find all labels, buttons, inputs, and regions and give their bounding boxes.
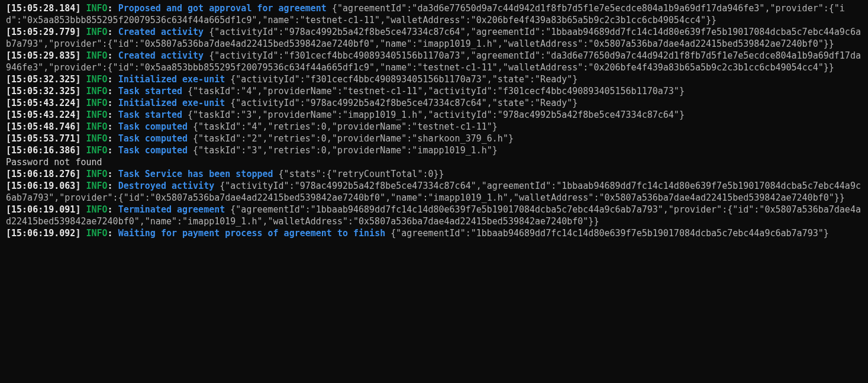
log-timestamp: [15:06:19.063] (6, 181, 80, 191)
log-colon: : (108, 86, 113, 96)
log-message: Created activity (118, 27, 204, 37)
log-json: {"stats":{"retryCountTotal":0}} (279, 169, 444, 179)
log-line: [15:05:43.224] INFO: Task started {"task… (6, 109, 862, 121)
log-line: [15:06:16.386] INFO: Task computed {"tas… (6, 144, 862, 156)
log-line: [15:06:19.091] INFO: Terminated agreemen… (6, 204, 862, 227)
log-level: INFO (86, 74, 107, 85)
log-timestamp: [15:05:48.746] (6, 121, 80, 132)
log-colon: : (108, 3, 113, 14)
log-message: Task Service has been stopped (118, 169, 273, 179)
log-colon: : (108, 27, 113, 37)
log-level: INFO (86, 27, 107, 37)
log-line: [15:06:19.063] INFO: Destroyed activity … (6, 180, 862, 204)
log-line: [15:05:29.779] INFO: Created activity {"… (6, 26, 862, 50)
log-level: INFO (86, 228, 107, 239)
log-json: {"taskId":"3","providerName":"imapp1019_… (188, 110, 685, 120)
log-level: INFO (86, 50, 107, 61)
log-colon: : (108, 110, 113, 120)
log-level: INFO (86, 133, 107, 144)
log-message: Waiting for payment process of agreement… (118, 228, 386, 239)
log-json: {"taskId":"2","retries":0,"providerName"… (193, 133, 514, 144)
log-level: INFO (86, 3, 107, 14)
log-line: [15:05:48.746] INFO: Task computed {"tas… (6, 121, 862, 133)
log-colon: : (108, 133, 113, 144)
log-timestamp: [15:05:29.779] (6, 27, 80, 37)
log-colon: : (108, 145, 113, 156)
log-timestamp: [15:06:19.092] (6, 228, 80, 239)
log-colon: : (108, 50, 113, 61)
log-json: {"taskId":"3","retries":0,"providerName"… (193, 145, 498, 156)
log-level: INFO (86, 86, 107, 96)
log-json: {"activityId":"978ac4992b5a42f8be5ce4733… (230, 98, 577, 108)
log-colon: : (108, 181, 113, 191)
log-message: Task computed (118, 133, 188, 144)
log-timestamp: [15:05:43.224] (6, 110, 80, 120)
log-level: INFO (86, 145, 107, 156)
log-line: [15:05:32.325] INFO: Task started {"task… (6, 85, 862, 97)
log-line: [15:05:43.224] INFO: Initialized exe-uni… (6, 97, 862, 109)
log-timestamp: [15:05:32.325] (6, 86, 80, 96)
log-timestamp: [15:06:18.276] (6, 169, 80, 179)
log-colon: : (108, 74, 113, 85)
log-level: INFO (86, 169, 107, 179)
log-message: Initialized exe-unit (118, 98, 225, 108)
log-level: INFO (86, 98, 107, 108)
log-timestamp: [15:05:43.224] (6, 98, 80, 108)
stdout-text: Password not found (6, 157, 102, 168)
log-json: {"taskId":"4","providerName":"testnet-c1… (188, 86, 685, 96)
log-message: Destroyed activity (118, 181, 215, 191)
log-timestamp: [15:05:28.184] (6, 3, 80, 14)
log-message: Created activity (118, 50, 204, 61)
log-json: {"agreementId":"1bbaab94689dd7fc14c14d80… (391, 228, 829, 239)
log-colon: : (108, 204, 113, 215)
log-level: INFO (86, 204, 107, 215)
log-colon: : (108, 121, 113, 132)
terminal-output: [15:05:28.184] INFO: Proposed and got ap… (0, 0, 868, 242)
log-timestamp: [15:05:32.325] (6, 74, 80, 85)
log-timestamp: [15:06:16.386] (6, 145, 80, 156)
log-line: [15:05:32.325] INFO: Initialized exe-uni… (6, 73, 862, 85)
log-line: [15:05:53.771] INFO: Task computed {"tas… (6, 133, 862, 144)
log-colon: : (108, 169, 113, 179)
log-timestamp: [15:05:29.835] (6, 50, 80, 61)
log-timestamp: [15:06:19.091] (6, 204, 80, 215)
log-line: [15:05:28.184] INFO: Proposed and got ap… (6, 2, 862, 26)
log-line: [15:06:18.276] INFO: Task Service has be… (6, 168, 862, 180)
log-timestamp: [15:05:53.771] (6, 133, 80, 144)
log-level: INFO (86, 121, 107, 132)
log-message: Terminated agreement (118, 204, 225, 215)
log-level: INFO (86, 110, 107, 120)
log-message: Task computed (118, 121, 188, 132)
log-message: Proposed and got approval for agreement (118, 3, 327, 14)
log-json: {"activityId":"f301cecf4bbc490893405156b… (230, 74, 577, 85)
log-message: Task started (118, 86, 182, 96)
log-message: Task started (118, 110, 182, 120)
stdout-line: Password not found (6, 156, 862, 168)
log-message: Initialized exe-unit (118, 74, 225, 85)
log-line: [15:05:29.835] INFO: Created activity {"… (6, 50, 862, 73)
log-level: INFO (86, 181, 107, 191)
log-colon: : (108, 98, 113, 108)
log-line: [15:06:19.092] INFO: Waiting for payment… (6, 227, 862, 239)
log-message: Task computed (118, 145, 188, 156)
log-json: {"taskId":"4","retries":0,"providerName"… (193, 121, 498, 132)
log-colon: : (108, 228, 113, 239)
